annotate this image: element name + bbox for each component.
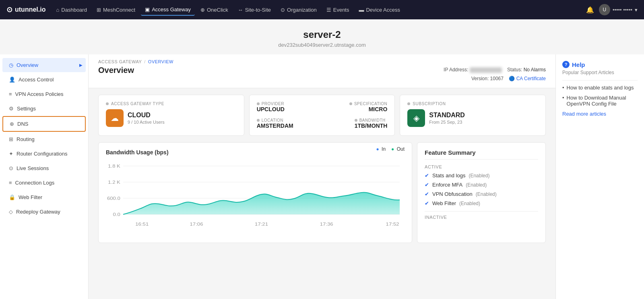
feature-label: Stats and logs: [432, 172, 465, 179]
specification-label: SPECIFICATION: [349, 102, 387, 106]
sidebar-item-routing[interactable]: ⊞ Routing: [2, 132, 86, 146]
help-article-1[interactable]: • How to enable stats and logs: [562, 85, 638, 91]
help-article-2[interactable]: • How to Download Manual OpenVPN Config …: [562, 95, 638, 107]
breadcrumb: ACCESS GATEWAY / OVERVIEW: [98, 59, 546, 64]
bullet-icon: •: [562, 85, 564, 91]
bandwidth-chart-area: 1.8 K 1.2 K 600.0 0.0: [106, 160, 405, 236]
web-filter-icon: 🔒: [9, 194, 15, 200]
check-icon: ✔: [425, 182, 429, 188]
location-row: LOCATION AMSTERDAM BANDWIDTH 1TB/MONTH: [257, 118, 388, 129]
sidebar-item-vpn-access-policies[interactable]: ≡ VPN Access Policies: [2, 87, 86, 101]
dashboard-icon: ⌂: [56, 7, 59, 13]
notification-bell-icon[interactable]: 🔔: [586, 6, 594, 14]
svg-text:600.0: 600.0: [107, 196, 120, 201]
bandwidth-svg: 1.8 K 1.2 K 600.0 0.0: [106, 160, 405, 235]
help-title: ? Help: [562, 61, 638, 68]
page-title: server-2: [0, 29, 644, 40]
ca-certificate-link[interactable]: CA Certificate: [516, 76, 546, 81]
check-icon: ✔: [425, 200, 429, 206]
sidebar-item-label: Router Configurations: [17, 151, 67, 157]
nav-organization[interactable]: ⊙ Organization: [277, 4, 321, 15]
legend-in-dot: ●: [376, 146, 379, 152]
access-gateway-icon: ▣: [145, 6, 150, 12]
svg-text:0.0: 0.0: [113, 212, 121, 217]
subscription-card: SUBSCRIPTION ◈ STANDARD From 25 Sep, 23: [400, 95, 546, 136]
version-label: Version:: [471, 76, 489, 81]
breadcrumb-current: OVERVIEW: [148, 59, 173, 64]
legend-out-dot: ●: [391, 146, 394, 152]
read-more-link[interactable]: Read more articles: [562, 111, 638, 117]
chart-legend: ● In ● Out: [376, 146, 405, 152]
svg-text:17:21: 17:21: [255, 222, 268, 227]
sidebar-item-connection-logs[interactable]: ≡ Connection Logs: [2, 176, 86, 190]
subscription-plan: STANDARD: [429, 112, 465, 119]
organization-icon: ⊙: [281, 7, 285, 13]
feature-item-stats: ✔ Stats and logs (Enabled): [425, 172, 538, 179]
overview-cards: ACCESS GATEWAY TYPE ☁ CLOUD 9 / 10 Activ…: [89, 88, 555, 142]
nav-site-to-site[interactable]: ↔ Site-to-Site: [234, 4, 275, 15]
access-control-icon: 👤: [9, 77, 15, 83]
live-sessions-icon: ⊙: [9, 165, 13, 171]
help-subtitle: Popular Support Articles: [562, 70, 638, 75]
check-icon: ✔: [425, 172, 429, 179]
nav-access-gateway[interactable]: ▣ Access Gateway: [141, 4, 195, 16]
sidebar-item-label: Web Filter: [19, 194, 42, 200]
feature-label: VPN Obfuscation: [432, 191, 473, 197]
provider-card: PROVIDER UPCLOUD SPECIFICATION MICRO: [249, 95, 395, 136]
gateway-card-content: ☁ CLOUD 9 / 10 Active Users: [106, 109, 237, 127]
logo[interactable]: ⊙ utunnel.io: [6, 5, 45, 14]
svg-text:17:52: 17:52: [386, 222, 399, 227]
sidebar-item-web-filter[interactable]: 🔒 Web Filter: [2, 190, 86, 204]
svg-text:17:06: 17:06: [190, 222, 203, 227]
feature-badge: (Enabled): [466, 182, 487, 188]
nav-device-access[interactable]: ▬ Device Access: [355, 4, 404, 15]
redeploy-icon: ◇: [9, 209, 13, 215]
feature-summary-card: Feature Summary ACTIVE ✔ Stats and logs …: [417, 142, 546, 243]
main-content: ACCESS GATEWAY / OVERVIEW Overview IP Ad…: [89, 54, 555, 299]
sidebar-item-router-configurations[interactable]: ✦ Router Configurations: [2, 147, 86, 161]
connection-logs-icon: ≡: [9, 180, 12, 186]
sidebar-item-live-sessions[interactable]: ⊙ Live Sessions: [2, 161, 86, 175]
sidebar-item-dns[interactable]: ⊕ DNS: [2, 116, 86, 132]
provider-row: PROVIDER UPCLOUD SPECIFICATION MICRO: [257, 102, 388, 112]
sidebar-item-label: Overview: [17, 62, 38, 68]
provider-label: PROVIDER: [257, 102, 285, 106]
ip-address-value: [470, 67, 502, 73]
help-article-label: How to enable stats and logs: [567, 85, 634, 91]
feature-item-webfilter: ✔ Web Filter (Enabled): [425, 200, 538, 206]
feature-label: Enforce MFA: [432, 182, 462, 188]
sidebar-item-redeploy-gateway[interactable]: ◇ Redeploy Gateway: [2, 205, 86, 219]
feature-badge: (Enabled): [476, 191, 497, 197]
sidebar-item-label: DNS: [17, 121, 28, 127]
sub-dot: [407, 102, 410, 105]
avatar: U: [599, 4, 610, 15]
location-label: LOCATION: [257, 118, 293, 123]
version-value: 10067: [490, 76, 504, 81]
nav-meshconnect[interactable]: ⊞ MeshConnect: [93, 4, 139, 15]
bottom-section: Bandwidth Usage (bps) ● In ● Out: [89, 142, 555, 253]
legend-out: ● Out: [391, 146, 405, 152]
logo-icon: ⊙: [6, 5, 12, 14]
location-value: AMSTERDAM: [257, 123, 293, 129]
nav-dashboard[interactable]: ⌂ Dashboard: [52, 4, 91, 15]
svg-text:1.8 K: 1.8 K: [108, 164, 120, 169]
sidebar-item-access-control[interactable]: 👤 Access Control: [2, 73, 86, 87]
gateway-type-card: ACCESS GATEWAY TYPE ☁ CLOUD 9 / 10 Activ…: [98, 95, 244, 136]
active-users: 9 / 10 Active Users: [128, 120, 165, 125]
sidebar-item-settings[interactable]: ⚙ Settings: [2, 102, 86, 116]
content-header: ACCESS GATEWAY / OVERVIEW Overview IP Ad…: [89, 54, 555, 88]
card-dot: [106, 102, 109, 105]
nav-events[interactable]: ☰ Events: [322, 4, 353, 15]
sidebar-item-overview[interactable]: ◷ Overview ▶: [2, 58, 86, 72]
cloud-icon: ☁: [106, 109, 124, 127]
user-menu[interactable]: U ••••• ••••• ▾: [599, 4, 638, 15]
nav-oneclick[interactable]: ⊕ OneClick: [196, 4, 232, 15]
check-icon: ✔: [425, 191, 429, 197]
feature-summary-title: Feature Summary: [425, 149, 538, 160]
sidebar-item-label: Access Control: [19, 77, 54, 83]
page-subtitle: dev232sub4049server2.utnstage.com: [0, 42, 644, 48]
feature-item-mfa: ✔ Enforce MFA (Enabled): [425, 182, 538, 188]
svg-text:17:36: 17:36: [320, 222, 333, 227]
status-label: Status:: [507, 67, 522, 73]
breadcrumb-separator: /: [144, 59, 146, 64]
